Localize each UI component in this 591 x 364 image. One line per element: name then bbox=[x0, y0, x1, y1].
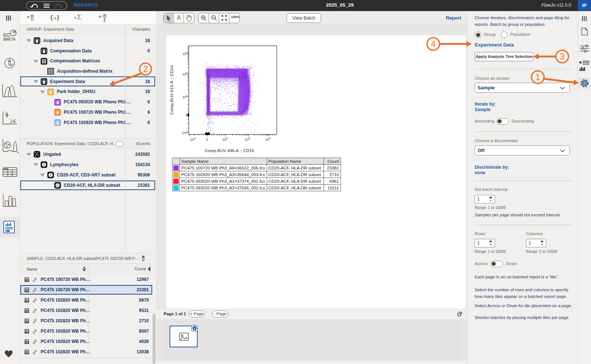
svg-text:3: 3 bbox=[560, 52, 565, 61]
svg-text:2: 2 bbox=[143, 64, 148, 74]
svg-text:4: 4 bbox=[431, 39, 436, 49]
svg-text:1: 1 bbox=[536, 72, 540, 82]
